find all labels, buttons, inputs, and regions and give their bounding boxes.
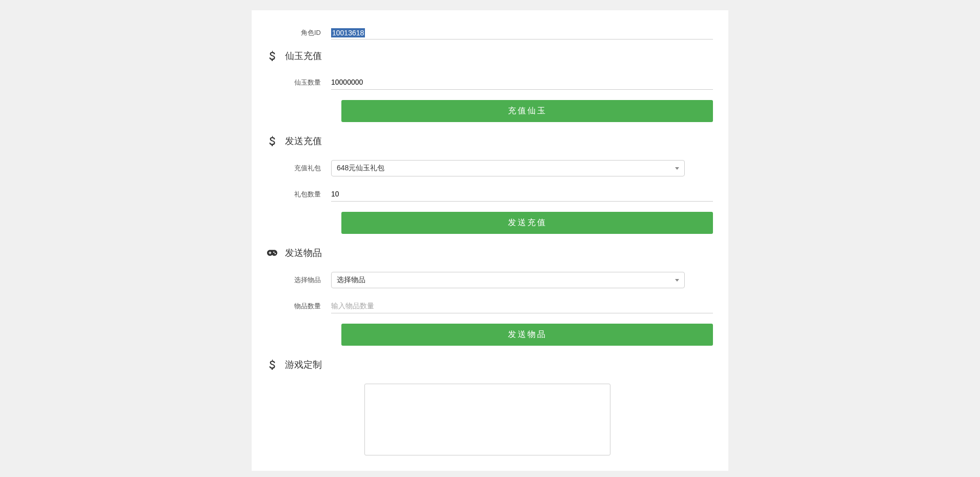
recharge-button-row: 充值仙玉 [267,100,713,122]
main-container: 角色ID 10013618 仙玉充值 仙玉数量 充值仙玉 发送充值 充值礼包 6 [252,10,728,471]
recharge-package-selected: 648元仙玉礼包 [337,164,384,173]
package-quantity-row: 礼包数量 [267,187,713,202]
custom-textarea[interactable] [364,384,610,455]
item-select[interactable]: 选择物品 [331,272,685,288]
section-header-recharge: 仙玉充值 [267,50,713,62]
role-id-label: 角色ID [267,28,331,37]
role-id-field-wrap: 10013618 [331,26,713,39]
select-item-row: 选择物品 选择物品 [267,272,713,288]
item-quantity-row: 物品数量 [267,299,713,313]
section-title-recharge: 仙玉充值 [285,50,322,62]
recharge-package-row: 充值礼包 648元仙玉礼包 [267,160,713,176]
select-item-label: 选择物品 [267,275,331,285]
recharge-button[interactable]: 充值仙玉 [341,100,713,122]
package-quantity-input[interactable] [331,187,713,202]
send-item-button[interactable]: 发送物品 [341,324,713,346]
section-header-send-item: 发送物品 [267,247,713,259]
recharge-package-label: 充值礼包 [267,164,331,173]
dollar-icon [267,360,277,370]
chevron-down-icon [675,279,679,282]
chevron-down-icon [675,167,679,170]
section-header-custom: 游戏定制 [267,359,713,371]
xianyu-amount-row: 仙玉数量 [267,75,713,90]
section-title-custom: 游戏定制 [285,359,322,371]
recharge-package-select[interactable]: 648元仙玉礼包 [331,160,685,176]
send-recharge-button-row: 发送充值 [267,212,713,234]
package-quantity-label: 礼包数量 [267,190,331,199]
send-item-button-row: 发送物品 [267,324,713,346]
role-id-row: 角色ID 10013618 [267,26,713,39]
xianyu-amount-label: 仙玉数量 [267,78,331,87]
section-header-send-recharge: 发送充值 [267,135,713,147]
section-title-send-recharge: 发送充值 [285,135,322,147]
gamepad-icon [267,248,277,258]
send-recharge-button[interactable]: 发送充值 [341,212,713,234]
role-id-input[interactable]: 10013618 [331,26,713,39]
dollar-icon [267,136,277,146]
section-title-send-item: 发送物品 [285,247,322,259]
item-quantity-input[interactable] [331,299,713,313]
item-quantity-label: 物品数量 [267,302,331,311]
xianyu-amount-input[interactable] [331,75,713,90]
item-select-placeholder: 选择物品 [337,275,365,285]
role-id-value: 10013618 [331,28,365,37]
dollar-icon [267,51,277,61]
